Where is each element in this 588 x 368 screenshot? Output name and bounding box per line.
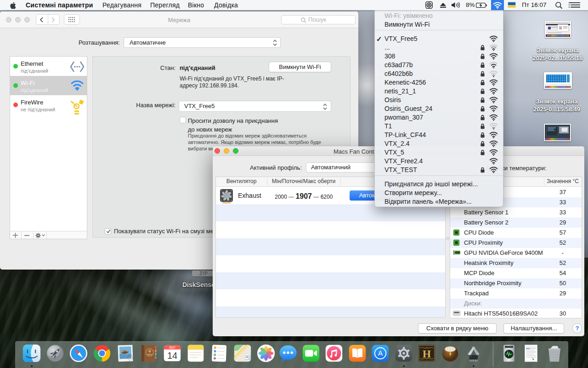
svg-text:14: 14 bbox=[167, 351, 177, 361]
svg-text:A: A bbox=[378, 349, 383, 357]
svg-text:ЛЮТ: ЛЮТ bbox=[169, 346, 175, 349]
svg-text:H: H bbox=[423, 348, 431, 360]
svg-text:3D: 3D bbox=[245, 355, 249, 358]
